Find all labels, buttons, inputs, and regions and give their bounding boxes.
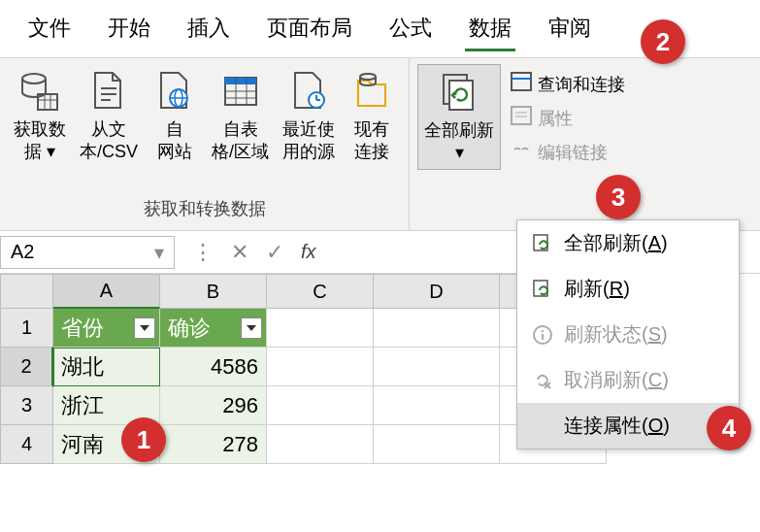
column-header-d[interactable]: D [374,274,500,309]
tab-home[interactable]: 开始 [104,8,154,51]
svg-rect-12 [225,78,256,84]
cell[interactable] [374,386,500,425]
cell[interactable] [267,348,374,386]
refresh-all-icon [531,232,554,255]
cell[interactable] [267,386,374,425]
recent-sources-button[interactable]: 最近使 用的源 [277,64,341,168]
from-web-button[interactable]: 自 网站 [146,64,204,168]
cell[interactable] [267,309,374,348]
get-data-button[interactable]: 获取数 据 ▾ [8,64,72,168]
menu-refresh[interactable]: 刷新(R) [517,266,739,312]
svg-rect-25 [512,107,531,124]
cell-b3[interactable]: 296 [160,386,267,425]
cell-b4[interactable]: 278 [160,425,267,464]
svg-point-20 [360,74,376,80]
svg-point-0 [22,74,46,83]
menu-refresh-status[interactable]: 刷新状态(S) [517,312,739,357]
ribbon-group-label: 获取和转换数据 [140,193,270,224]
file-text-icon [85,68,132,115]
cell-a2[interactable]: 湖北 [53,348,160,386]
table-header-province[interactable]: 省份 [53,309,160,348]
callout-badge-1: 1 [121,417,166,462]
blank-icon [531,415,554,438]
column-header-c[interactable]: C [267,274,374,309]
cell[interactable] [374,348,500,386]
tab-file[interactable]: 文件 [24,8,75,51]
filter-button[interactable] [241,317,262,339]
fx-button[interactable]: fx [301,241,316,263]
row-header-2[interactable]: 2 [0,348,53,386]
name-box[interactable]: A2 ▾ [0,236,175,269]
callout-badge-4: 4 [707,406,751,450]
filter-button[interactable] [134,317,155,339]
refresh-icon [531,278,554,301]
database-icon [17,68,63,115]
cell[interactable] [374,425,500,464]
refresh-all-icon [436,69,482,116]
menu-cancel-refresh[interactable]: 取消刷新(C) [517,357,739,403]
row-header-4[interactable]: 4 [0,425,53,464]
expand-icon[interactable]: ⋮ [192,240,214,265]
edit-links-button[interactable]: 编辑链接 [507,138,629,166]
existing-connections-button[interactable]: 现有 连接 [343,64,401,168]
select-all-corner[interactable] [0,274,53,309]
callout-badge-2: 2 [641,19,685,64]
table-header-confirmed[interactable]: 确诊 [160,309,267,348]
properties-icon [511,106,532,130]
queries-connections-button[interactable]: 查询和连接 [507,70,629,98]
ribbon-content: 获取数 据 ▾ 从文 本/CSV 自 网站 自表 格/区域 [0,58,760,231]
column-header-b[interactable]: B [160,274,267,309]
link-icon [511,140,532,164]
cell[interactable] [374,309,500,348]
cell[interactable] [267,425,374,464]
menu-connection-properties[interactable]: 连接属性(O) [517,403,739,449]
menu-refresh-all[interactable]: 全部刷新(A) [517,220,739,266]
queries-icon [511,72,532,96]
cancel-refresh-icon [531,369,554,392]
column-header-a[interactable]: A [53,274,160,309]
info-icon [531,323,554,347]
tab-data[interactable]: 数据 [465,8,515,51]
chevron-down-icon: ▾ [154,241,164,264]
cancel-icon[interactable]: ✕ [231,240,248,265]
row-header-1[interactable]: 1 [0,309,53,348]
refresh-all-button[interactable]: 全部刷新 ▾ [417,64,501,170]
callout-badge-3: 3 [596,175,641,219]
file-clock-icon [285,68,332,115]
refresh-dropdown-menu: 全部刷新(A) 刷新(R) 刷新状态(S) 取消刷新(C) 连接属性(O) [516,219,740,449]
from-table-button[interactable]: 自表 格/区域 [206,64,275,168]
tab-layout[interactable]: 页面布局 [263,8,356,51]
cell-b2[interactable]: 4586 [160,348,267,386]
tab-review[interactable]: 审阅 [545,8,595,51]
enter-icon[interactable]: ✓ [266,240,283,265]
table-icon [217,68,264,115]
tab-insert[interactable]: 插入 [183,8,234,51]
globe-icon [151,68,198,115]
properties-button[interactable]: 属性 [507,104,629,132]
folder-db-icon [348,68,395,115]
row-header-3[interactable]: 3 [0,386,53,425]
from-csv-button[interactable]: 从文 本/CSV [74,64,144,168]
tab-formulas[interactable]: 公式 [385,8,436,51]
svg-rect-23 [512,73,531,90]
ribbon-group-get-transform: 获取数 据 ▾ 从文 本/CSV 自 网站 自表 格/区域 [0,58,410,230]
